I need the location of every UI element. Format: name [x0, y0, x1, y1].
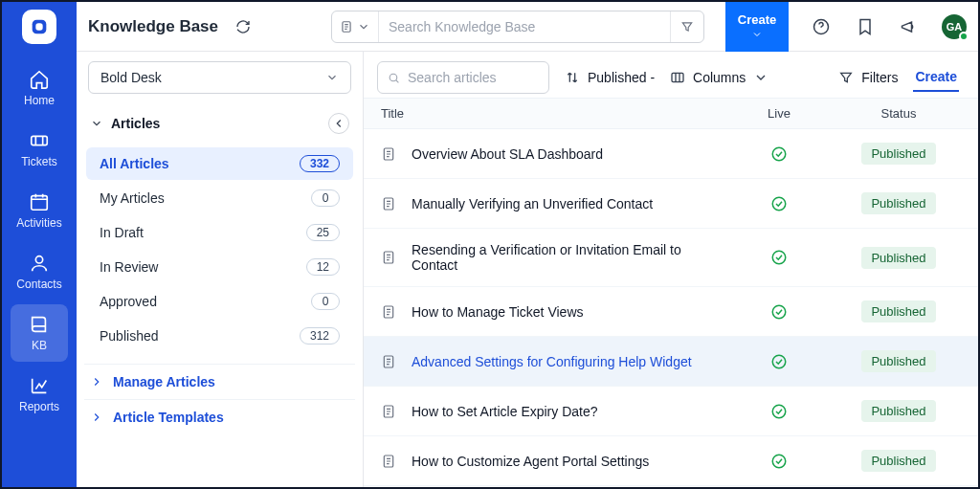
sidebar-item-my-articles[interactable]: My Articles 0 — [86, 182, 353, 214]
article-icon — [381, 146, 396, 162]
table-row[interactable]: Overview About SLA Dashboard Published — [364, 129, 978, 179]
col-title[interactable]: Title — [381, 106, 722, 121]
article-icon — [381, 196, 396, 211]
count-badge: 25 — [306, 224, 340, 241]
svg-rect-8 — [672, 73, 683, 81]
status-badge: Published — [861, 400, 935, 422]
check-circle-icon — [770, 353, 788, 370]
nav-activities[interactable]: Activities — [11, 182, 68, 239]
status-badge: Published — [861, 350, 935, 372]
svg-rect-3 — [32, 196, 48, 211]
chevron-down-icon — [751, 29, 763, 40]
table-row[interactable]: How to Manage Ticket Views Published — [364, 287, 978, 337]
chevron-left-icon — [332, 117, 345, 130]
check-circle-icon — [770, 195, 788, 212]
search-scope-dropdown[interactable] — [332, 11, 379, 42]
contact-icon — [29, 253, 50, 274]
nav-rail: Home Tickets Activities Contacts KB Repo… — [2, 2, 77, 487]
col-live[interactable]: Live — [722, 106, 836, 121]
table-row[interactable]: Manually Verifying an Unverified Contact… — [364, 179, 978, 229]
link-label: Manage Articles — [113, 374, 215, 389]
global-search[interactable] — [331, 11, 704, 43]
article-search-input[interactable] — [408, 70, 539, 85]
create-button[interactable]: Create — [725, 2, 789, 52]
refresh-icon[interactable] — [235, 19, 251, 34]
sidebar-link-article-templates[interactable]: Article Templates — [84, 399, 355, 434]
table-row[interactable]: How to Set Article Expiry Date? Publishe… — [364, 387, 978, 436]
row-live — [722, 145, 836, 163]
sort-published-button[interactable]: Published - — [565, 70, 655, 85]
sidebar-item-published[interactable]: Published 312 — [86, 320, 353, 352]
row-title: Overview About SLA Dashboard — [412, 146, 722, 162]
article-icon — [381, 304, 396, 320]
sidebar-item-in-draft[interactable]: In Draft 25 — [86, 216, 353, 249]
nav-contacts[interactable]: Contacts — [11, 243, 68, 300]
toolbar: Published - Columns Filters Create — [364, 52, 978, 98]
article-icon — [381, 354, 396, 369]
chevron-down-icon — [753, 70, 768, 85]
chevron-right-icon — [90, 411, 103, 424]
columns-icon — [670, 70, 685, 85]
nav-reports[interactable]: Reports — [11, 366, 68, 423]
section-label: Articles — [111, 116, 160, 131]
count-badge: 12 — [306, 258, 340, 276]
chevron-right-icon — [90, 375, 103, 389]
status-badge: Published — [861, 300, 935, 322]
check-circle-icon — [770, 303, 788, 321]
search-input[interactable] — [379, 19, 670, 34]
brand-select[interactable]: Bold Desk — [88, 61, 351, 94]
nav-kb[interactable]: KB — [11, 304, 68, 362]
count-badge: 0 — [311, 293, 340, 310]
row-title: How to Customize Agent Portal Settings — [412, 454, 722, 469]
article-icon — [381, 454, 396, 469]
sidebar-item-in-review[interactable]: In Review 12 — [86, 251, 353, 283]
row-title: Resending a Verification or Invitation E… — [412, 242, 722, 273]
sidebar-item-approved[interactable]: Approved 0 — [86, 285, 353, 318]
home-icon — [29, 69, 50, 90]
table-row[interactable]: How to Customize Agent Portal Settings P… — [364, 436, 978, 486]
search-filter-icon[interactable] — [670, 11, 703, 42]
svg-point-14 — [772, 251, 786, 264]
row-status: Published — [836, 350, 961, 372]
calendar-icon — [29, 191, 50, 212]
nav-label: KB — [32, 339, 47, 352]
row-live — [722, 403, 836, 420]
megaphone-icon[interactable] — [900, 17, 919, 36]
col-status[interactable]: Status — [836, 106, 961, 121]
row-live — [722, 249, 836, 266]
columns-button[interactable]: Columns — [670, 70, 768, 85]
count-badge: 0 — [311, 189, 340, 207]
sidebar-list: All Articles 332 My Articles 0 In Draft … — [84, 145, 355, 354]
row-live — [722, 303, 836, 321]
nav-home[interactable]: Home — [11, 59, 68, 117]
sidebar-item-all-articles[interactable]: All Articles 332 — [86, 147, 353, 180]
article-icon — [381, 404, 396, 419]
article-search[interactable] — [377, 61, 549, 94]
brand-logo[interactable] — [22, 10, 56, 44]
sidebar-section-articles[interactable]: Articles — [84, 107, 355, 140]
status-badge: Published — [861, 450, 935, 472]
svg-point-22 — [772, 455, 786, 468]
table-row[interactable]: Advanced Settings for Configuring Help W… — [364, 337, 978, 387]
help-icon[interactable] — [812, 17, 831, 36]
nav-tickets[interactable]: Tickets — [11, 121, 68, 178]
bookmark-icon[interactable] — [856, 17, 875, 36]
chevron-down-icon — [325, 71, 339, 84]
table-row[interactable]: Resending a Verification or Invitation E… — [364, 229, 978, 287]
doc-icon — [340, 20, 353, 33]
sidebar-link-manage-articles[interactable]: Manage Articles — [84, 364, 355, 399]
avatar[interactable]: GA — [942, 14, 967, 39]
row-live — [722, 453, 836, 470]
tool-label: Columns — [693, 70, 746, 85]
filters-button[interactable]: Filters — [838, 70, 898, 85]
row-title: Advanced Settings for Configuring Help W… — [412, 354, 722, 369]
nav-label: Reports — [19, 400, 59, 413]
row-live — [722, 353, 836, 370]
chevron-down-icon — [357, 20, 370, 33]
nav-label: Home — [24, 94, 55, 107]
create-article-link[interactable]: Create — [913, 63, 959, 92]
collapse-sidebar-button[interactable] — [328, 113, 349, 134]
link-label: Article Templates — [113, 410, 224, 425]
avatar-initials: GA — [947, 21, 963, 33]
row-status: Published — [836, 400, 961, 422]
